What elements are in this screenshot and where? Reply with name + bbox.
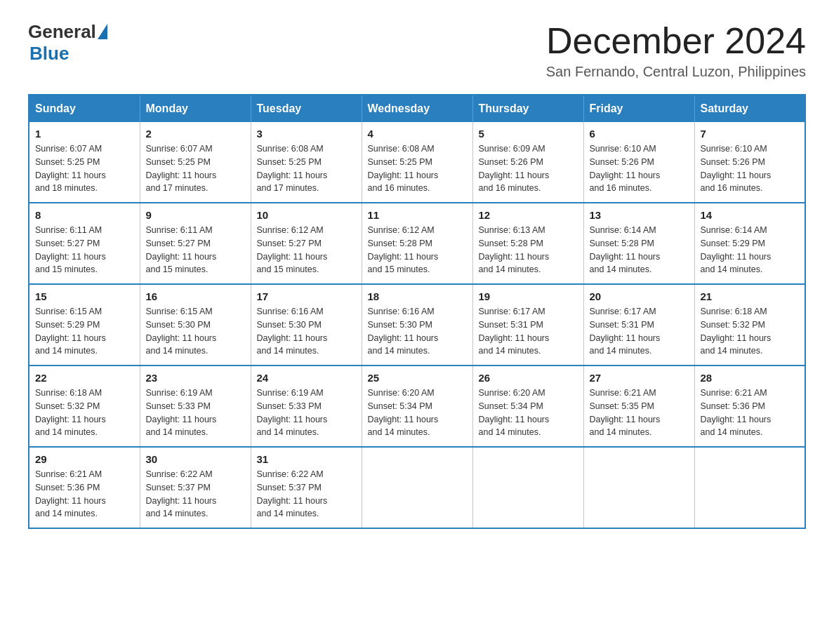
day-number: 26 [479,372,578,384]
logo-general-text: General [28,21,96,43]
calendar-day-cell: 29 Sunrise: 6:21 AM Sunset: 5:36 PM Dayl… [29,447,140,528]
day-number: 9 [146,209,245,221]
day-info: Sunrise: 6:08 AM Sunset: 5:25 PM Dayligh… [257,142,356,195]
calendar-day-cell: 21 Sunrise: 6:18 AM Sunset: 5:32 PM Dayl… [694,284,805,365]
calendar-day-cell [583,447,694,528]
day-number: 10 [257,209,356,221]
calendar-day-cell [362,447,472,528]
calendar-day-cell: 28 Sunrise: 6:21 AM Sunset: 5:36 PM Dayl… [694,365,805,447]
calendar-day-cell: 5 Sunrise: 6:09 AM Sunset: 5:26 PM Dayli… [472,122,583,203]
day-number: 22 [35,372,134,384]
day-number: 23 [146,372,245,384]
title-area: December 2024 San Fernando, Central Luzo… [546,21,806,80]
day-info: Sunrise: 6:15 AM Sunset: 5:29 PM Dayligh… [35,305,134,358]
day-info: Sunrise: 6:08 AM Sunset: 5:25 PM Dayligh… [368,142,467,195]
calendar-day-cell: 18 Sunrise: 6:16 AM Sunset: 5:30 PM Dayl… [362,284,472,365]
day-number: 11 [368,209,467,221]
calendar-week-row: 22 Sunrise: 6:18 AM Sunset: 5:32 PM Dayl… [29,365,805,447]
calendar-table: SundayMondayTuesdayWednesdayThursdayFrid… [28,94,806,529]
weekday-header-saturday: Saturday [694,95,805,122]
day-info: Sunrise: 6:14 AM Sunset: 5:28 PM Dayligh… [590,224,689,276]
day-info: Sunrise: 6:12 AM Sunset: 5:27 PM Dayligh… [257,224,356,276]
calendar-day-cell: 1 Sunrise: 6:07 AM Sunset: 5:25 PM Dayli… [29,122,140,203]
day-info: Sunrise: 6:07 AM Sunset: 5:25 PM Dayligh… [35,142,134,195]
day-info: Sunrise: 6:20 AM Sunset: 5:34 PM Dayligh… [479,387,578,439]
page-header: General Blue December 2024 San Fernando,… [28,21,806,80]
calendar-day-cell: 7 Sunrise: 6:10 AM Sunset: 5:26 PM Dayli… [694,122,805,203]
day-number: 12 [479,209,578,221]
calendar-day-cell: 24 Sunrise: 6:19 AM Sunset: 5:33 PM Dayl… [251,365,362,447]
day-number: 8 [35,209,134,221]
calendar-day-cell: 19 Sunrise: 6:17 AM Sunset: 5:31 PM Dayl… [472,284,583,365]
calendar-day-cell: 20 Sunrise: 6:17 AM Sunset: 5:31 PM Dayl… [583,284,694,365]
calendar-week-row: 29 Sunrise: 6:21 AM Sunset: 5:36 PM Dayl… [29,447,805,528]
weekday-header-tuesday: Tuesday [251,95,362,122]
weekday-header-wednesday: Wednesday [362,95,472,122]
calendar-day-cell: 22 Sunrise: 6:18 AM Sunset: 5:32 PM Dayl… [29,365,140,447]
calendar-day-cell: 25 Sunrise: 6:20 AM Sunset: 5:34 PM Dayl… [362,365,472,447]
location-subtitle: San Fernando, Central Luzon, Philippines [546,64,806,80]
calendar-day-cell: 8 Sunrise: 6:11 AM Sunset: 5:27 PM Dayli… [29,203,140,284]
calendar-day-cell: 2 Sunrise: 6:07 AM Sunset: 5:25 PM Dayli… [140,122,251,203]
calendar-day-cell: 13 Sunrise: 6:14 AM Sunset: 5:28 PM Dayl… [583,203,694,284]
day-info: Sunrise: 6:21 AM Sunset: 5:36 PM Dayligh… [701,387,800,439]
day-info: Sunrise: 6:17 AM Sunset: 5:31 PM Dayligh… [479,305,578,358]
logo: General Blue [28,21,107,65]
day-number: 29 [35,453,134,465]
weekday-header-thursday: Thursday [472,95,583,122]
day-number: 14 [701,209,800,221]
day-number: 1 [35,128,134,140]
calendar-day-cell: 4 Sunrise: 6:08 AM Sunset: 5:25 PM Dayli… [362,122,472,203]
day-number: 18 [368,290,467,302]
day-info: Sunrise: 6:19 AM Sunset: 5:33 PM Dayligh… [257,387,356,439]
day-info: Sunrise: 6:18 AM Sunset: 5:32 PM Dayligh… [701,305,800,358]
day-number: 15 [35,290,134,302]
day-info: Sunrise: 6:22 AM Sunset: 5:37 PM Dayligh… [257,468,356,521]
day-number: 3 [257,128,356,140]
day-info: Sunrise: 6:16 AM Sunset: 5:30 PM Dayligh… [257,305,356,358]
logo-triangle-icon [98,24,107,39]
day-info: Sunrise: 6:19 AM Sunset: 5:33 PM Dayligh… [146,387,245,439]
day-number: 28 [701,372,800,384]
weekday-header-friday: Friday [583,95,694,122]
calendar-day-cell: 3 Sunrise: 6:08 AM Sunset: 5:25 PM Dayli… [251,122,362,203]
calendar-day-cell: 17 Sunrise: 6:16 AM Sunset: 5:30 PM Dayl… [251,284,362,365]
day-info: Sunrise: 6:11 AM Sunset: 5:27 PM Dayligh… [35,224,134,276]
calendar-day-cell: 16 Sunrise: 6:15 AM Sunset: 5:30 PM Dayl… [140,284,251,365]
day-number: 21 [701,290,800,302]
calendar-day-cell: 6 Sunrise: 6:10 AM Sunset: 5:26 PM Dayli… [583,122,694,203]
calendar-day-cell: 12 Sunrise: 6:13 AM Sunset: 5:28 PM Dayl… [472,203,583,284]
day-number: 20 [590,290,689,302]
calendar-week-row: 1 Sunrise: 6:07 AM Sunset: 5:25 PM Dayli… [29,122,805,203]
day-info: Sunrise: 6:13 AM Sunset: 5:28 PM Dayligh… [479,224,578,276]
day-number: 31 [257,453,356,465]
day-number: 13 [590,209,689,221]
day-info: Sunrise: 6:21 AM Sunset: 5:35 PM Dayligh… [590,387,689,439]
calendar-day-cell: 26 Sunrise: 6:20 AM Sunset: 5:34 PM Dayl… [472,365,583,447]
calendar-day-cell: 14 Sunrise: 6:14 AM Sunset: 5:29 PM Dayl… [694,203,805,284]
day-number: 2 [146,128,245,140]
weekday-header-row: SundayMondayTuesdayWednesdayThursdayFrid… [29,95,805,122]
day-number: 27 [590,372,689,384]
day-number: 19 [479,290,578,302]
weekday-header-monday: Monday [140,95,251,122]
calendar-day-cell: 15 Sunrise: 6:15 AM Sunset: 5:29 PM Dayl… [29,284,140,365]
day-info: Sunrise: 6:11 AM Sunset: 5:27 PM Dayligh… [146,224,245,276]
calendar-day-cell: 23 Sunrise: 6:19 AM Sunset: 5:33 PM Dayl… [140,365,251,447]
calendar-day-cell [694,447,805,528]
calendar-day-cell: 31 Sunrise: 6:22 AM Sunset: 5:37 PM Dayl… [251,447,362,528]
calendar-day-cell: 27 Sunrise: 6:21 AM Sunset: 5:35 PM Dayl… [583,365,694,447]
day-number: 6 [590,128,689,140]
day-info: Sunrise: 6:12 AM Sunset: 5:28 PM Dayligh… [368,224,467,276]
weekday-header-sunday: Sunday [29,95,140,122]
month-year-title: December 2024 [546,21,806,61]
day-info: Sunrise: 6:20 AM Sunset: 5:34 PM Dayligh… [368,387,467,439]
day-info: Sunrise: 6:10 AM Sunset: 5:26 PM Dayligh… [701,142,800,195]
calendar-week-row: 15 Sunrise: 6:15 AM Sunset: 5:29 PM Dayl… [29,284,805,365]
calendar-week-row: 8 Sunrise: 6:11 AM Sunset: 5:27 PM Dayli… [29,203,805,284]
day-info: Sunrise: 6:10 AM Sunset: 5:26 PM Dayligh… [590,142,689,195]
day-number: 25 [368,372,467,384]
day-number: 7 [701,128,800,140]
day-number: 24 [257,372,356,384]
day-number: 5 [479,128,578,140]
